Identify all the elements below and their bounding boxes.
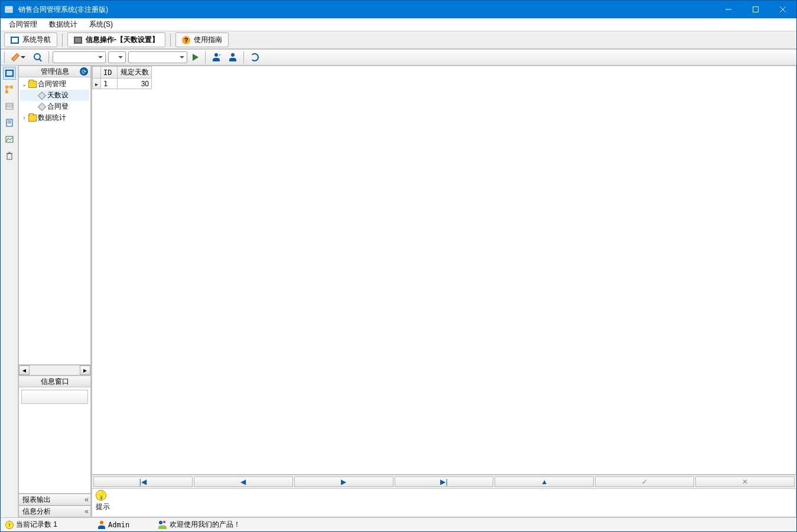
chevron-left-icon: « bbox=[84, 495, 87, 504]
menu-system[interactable]: 系统(S) bbox=[83, 18, 119, 31]
row-indicator bbox=[93, 79, 101, 89]
tree-refresh-icon[interactable]: ⟳ bbox=[80, 67, 88, 76]
expand-icon[interactable]: › bbox=[21, 115, 27, 121]
report-output-bar[interactable]: 报表输出 « bbox=[18, 494, 91, 505]
tree-node-days[interactable]: 天数设 bbox=[20, 90, 89, 101]
folder-icon bbox=[28, 81, 37, 88]
run-button[interactable] bbox=[190, 52, 201, 63]
leaf-icon bbox=[38, 102, 46, 110]
close-button[interactable] bbox=[769, 1, 796, 18]
first-icon: |◀ bbox=[139, 478, 147, 486]
menu-stats[interactable]: 数据统计 bbox=[43, 18, 83, 31]
tree-label: 数据统计 bbox=[38, 113, 66, 123]
side-toolbar bbox=[1, 66, 18, 517]
tree-label: 天数设 bbox=[47, 90, 69, 100]
info-icon: ! bbox=[5, 521, 14, 529]
vbtn-doc[interactable] bbox=[3, 116, 16, 129]
info-analysis-bar[interactable]: 信息分析 « bbox=[18, 505, 91, 517]
last-icon: ▶| bbox=[440, 478, 447, 486]
menu-contract[interactable]: 合同管理 bbox=[3, 18, 43, 31]
vbtn-window[interactable] bbox=[3, 67, 16, 80]
record-navigator: |◀ ◀ ▶ ▶| ▲ ✓ ✕ bbox=[92, 475, 796, 489]
user-label: Admin bbox=[108, 521, 129, 529]
svg-rect-0 bbox=[5, 6, 12, 12]
minimize-button[interactable] bbox=[715, 1, 742, 18]
play-icon bbox=[193, 54, 199, 61]
data-grid[interactable]: ID 规定天数 1 30 bbox=[92, 66, 796, 475]
scroll-left-icon[interactable]: ◂ bbox=[19, 365, 30, 375]
nav-next-button[interactable]: ▶ bbox=[294, 476, 393, 487]
tree-node-contract[interactable]: ⌄ 合同管理 bbox=[20, 79, 89, 90]
nav-first-button[interactable]: |◀ bbox=[93, 476, 193, 487]
field-combo[interactable] bbox=[53, 51, 106, 63]
nav-prev-button[interactable]: ◀ bbox=[194, 476, 293, 487]
svg-rect-3 bbox=[753, 7, 759, 12]
tab-system-nav[interactable]: 系统导航 bbox=[4, 32, 57, 47]
left-panel: 管理信息 ⟳ ⌄ 合同管理 天数设 合同登 › bbox=[18, 66, 92, 517]
statusbar: ! 当前记录数 1 Admin 欢迎使用我们的产品！ bbox=[1, 517, 796, 531]
prev-icon: ◀ bbox=[240, 478, 246, 486]
info-window-body bbox=[18, 387, 91, 494]
tab-separator bbox=[62, 34, 63, 47]
op-combo[interactable] bbox=[108, 51, 126, 63]
check-icon: ✓ bbox=[642, 478, 648, 486]
expand-icon[interactable]: ⌄ bbox=[21, 81, 27, 87]
refresh-button[interactable] bbox=[248, 51, 262, 63]
horizontal-scrollbar[interactable]: ◂ ▸ bbox=[18, 365, 91, 376]
cell-days[interactable]: 30 bbox=[118, 79, 152, 89]
zoom-in-user-button[interactable] bbox=[209, 51, 223, 63]
tab-label: 系统导航 bbox=[22, 35, 51, 45]
corner-cell bbox=[93, 67, 101, 79]
table-row[interactable]: 1 30 bbox=[93, 79, 152, 89]
svg-rect-8 bbox=[10, 86, 13, 89]
nav-last-button[interactable]: ▶| bbox=[395, 476, 494, 487]
toolbar bbox=[1, 49, 796, 66]
tab-guide[interactable]: ? 使用指南 bbox=[175, 32, 229, 47]
tab-label: 使用指南 bbox=[194, 35, 222, 45]
info-analysis-label: 信息分析 bbox=[22, 507, 51, 517]
vbtn-chart[interactable] bbox=[3, 133, 16, 146]
record-count-label: 当前记录数 1 bbox=[16, 520, 57, 530]
tabbar: 系统导航 信息操作-【天数设置】 ? 使用指南 bbox=[1, 31, 796, 49]
user-icon bbox=[97, 521, 106, 529]
pencil-icon bbox=[11, 53, 19, 61]
tree-node-stats[interactable]: › 数据统计 bbox=[20, 112, 89, 123]
cell-id[interactable]: 1 bbox=[101, 79, 118, 89]
folder-icon bbox=[28, 115, 37, 122]
nav-confirm-button[interactable]: ✓ bbox=[595, 476, 694, 487]
next-icon: ▶ bbox=[341, 478, 346, 486]
grid-icon bbox=[74, 37, 82, 44]
tree-header: 管理信息 ⟳ bbox=[18, 66, 91, 77]
tab-info-operation[interactable]: 信息操作-【天数设置】 bbox=[67, 32, 165, 47]
maximize-button[interactable] bbox=[742, 1, 769, 18]
nav-up-button[interactable]: ▲ bbox=[495, 476, 594, 487]
vbtn-trash[interactable] bbox=[3, 149, 16, 162]
leaf-icon bbox=[38, 91, 46, 99]
info-window-header[interactable]: 信息窗口 bbox=[18, 376, 91, 387]
scroll-right-icon[interactable]: ▸ bbox=[80, 365, 90, 375]
status-records: ! 当前记录数 1 bbox=[5, 520, 57, 530]
tree-label: 合同登 bbox=[47, 102, 69, 112]
status-welcome: 欢迎使用我们的产品！ bbox=[158, 520, 240, 530]
up-icon: ▲ bbox=[541, 478, 548, 486]
tree-node-register[interactable]: 合同登 bbox=[20, 101, 89, 112]
search-button[interactable] bbox=[31, 51, 45, 63]
svg-rect-7 bbox=[5, 86, 8, 89]
info-input[interactable] bbox=[21, 390, 88, 404]
person-plus-icon bbox=[212, 53, 220, 61]
col-header-id[interactable]: ID bbox=[101, 67, 118, 79]
window-title: 销售合同管理系统(非注册版) bbox=[17, 5, 715, 15]
value-combo[interactable] bbox=[128, 51, 187, 63]
tree-header-label: 管理信息 bbox=[41, 67, 69, 77]
titlebar: 销售合同管理系统(非注册版) bbox=[1, 1, 796, 18]
edit-button[interactable] bbox=[8, 51, 28, 63]
tab-label: 信息操作-【天数设置】 bbox=[86, 35, 159, 45]
menubar: 合同管理 数据统计 系统(S) bbox=[1, 18, 796, 31]
zoom-out-user-button[interactable] bbox=[226, 51, 240, 63]
search-icon bbox=[34, 53, 42, 61]
vbtn-list[interactable] bbox=[3, 100, 16, 113]
vbtn-tree[interactable] bbox=[3, 83, 16, 96]
col-header-days[interactable]: 规定天数 bbox=[118, 67, 152, 79]
nav-cancel-button[interactable]: ✕ bbox=[695, 476, 795, 487]
person-minus-icon bbox=[229, 53, 237, 61]
